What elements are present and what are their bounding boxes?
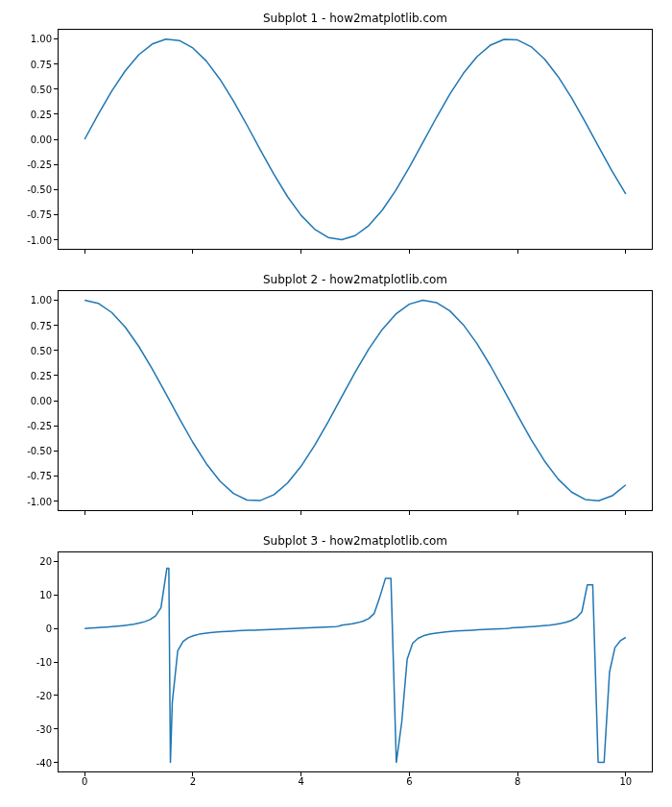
line-series: [58, 29, 653, 250]
subplot-3: Subplot 3 - how2matplotlib.com -40-30-20…: [58, 551, 653, 772]
x-tick-label: 4: [298, 772, 303, 787]
line-series: [58, 290, 653, 511]
subplot-3-title: Subplot 3 - how2matplotlib.com: [58, 534, 653, 548]
line-series: [58, 551, 653, 772]
subplot-1: Subplot 1 - how2matplotlib.com -1.00-0.7…: [58, 29, 653, 250]
x-tick-label: 10: [619, 772, 632, 787]
subplot-1-title: Subplot 1 - how2matplotlib.com: [58, 12, 653, 25]
x-tick-label: 2: [190, 772, 196, 787]
figure: Subplot 1 - how2matplotlib.com -1.00-0.7…: [0, 0, 672, 807]
x-tick-label: 6: [406, 772, 412, 787]
subplot-2-title: Subplot 2 - how2matplotlib.com: [58, 273, 653, 286]
x-tick-label: 8: [515, 772, 520, 787]
x-tick-label: 0: [82, 772, 87, 787]
subplot-2: Subplot 2 - how2matplotlib.com -1.00-0.7…: [58, 290, 653, 511]
